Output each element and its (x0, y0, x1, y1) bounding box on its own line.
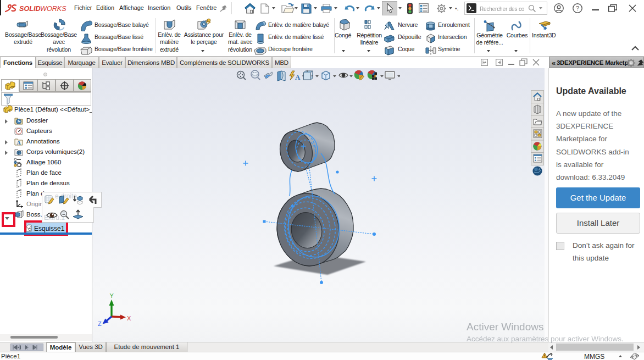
svg-text:Z: Z (98, 320, 102, 327)
svg-text:WORKS: WORKS (40, 5, 66, 13)
svg-text:SOLID: SOLID (19, 5, 40, 13)
svg-text:A: A (295, 73, 301, 81)
svg-text:Y: Y (110, 292, 114, 299)
svg-text:!: ! (544, 353, 546, 358)
svg-text:X: X (127, 315, 131, 322)
svg-text:?: ? (576, 5, 579, 12)
svg-text:A: A (16, 140, 21, 146)
